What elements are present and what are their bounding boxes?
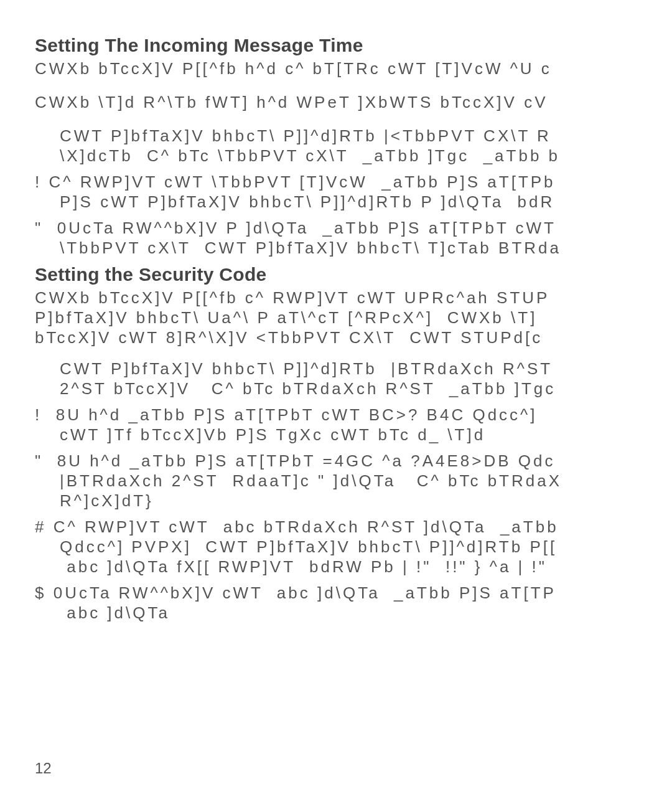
list-item: " 0UcTa RW^^bX]V P ]d\QTa _aTbb P]S aT[T… — [35, 218, 672, 258]
list-item-line: # C^ RWP]VT cWT abc bTRdaXch R^ST ]d\QTa… — [35, 517, 672, 537]
list-item: ! 8U h^d _aTbb P]S aT[TPbT cWT BC>? B4C … — [35, 405, 672, 445]
section-incoming-message-time: Setting The Incoming Message Time CWXb b… — [35, 35, 672, 258]
list-item: # C^ RWP]VT cWT abc bTRdaXch R^ST ]d\QTa… — [35, 517, 672, 577]
list-item: CWT P]bfTaX]V bhbcT\ P]]^d]RTb |<TbbPVT … — [35, 126, 672, 166]
list-item: " 8U h^d _aTbb P]S aT[TPbT =4GC ^a ?A4E8… — [35, 451, 672, 511]
para-s2: bTccX]V cWT 8]R^\X]V <TbbPVT CX\T CWT ST… — [35, 328, 672, 347]
list-item-line: \X]dcTb C^ bTc \TbbPVT cX\T _aTbb ]Tgc _… — [60, 146, 672, 166]
list-item-line: P]S cWT P]bfTaX]V bhbcT\ P]]^d]RTb P ]d\… — [35, 192, 672, 212]
para-s2: CWXb bTccX]V P[[^fb c^ RWP]VT cWT UPRc^a… — [35, 288, 672, 308]
page-number: 12 — [35, 760, 52, 777]
list-item-line: 2^ST bTccX]V C^ bTc bTRdaXch R^ST _aTbb … — [60, 379, 672, 399]
list-item-line: abc ]d\QTa fX[[ RWP]VT bdRW Pb | !" !!" … — [35, 557, 672, 577]
manual-page: { "section1": { "heading": "Setting The … — [0, 0, 672, 807]
list-item-line: ! 8U h^d _aTbb P]S aT[TPbT cWT BC>? B4C … — [35, 405, 672, 425]
list-item: ! C^ RWP]VT cWT \TbbPVT [T]VcW _aTbb P]S… — [35, 172, 672, 212]
list-item-line: cWT ]Tf bTccX]Vb P]S TgXc cWT bTc d_ \T]… — [35, 425, 672, 445]
list-item-line: \TbbPVT cX\T CWT P]bfTaX]V bhbcT\ T]cTab… — [35, 238, 672, 258]
para-s1-2: CWXb \T]d R^\Tb fWT] h^d WPeT ]XbWTS bTc… — [35, 92, 672, 112]
list-item-line: CWT P]bfTaX]V bhbcT\ P]]^d]RTb |<TbbPVT … — [60, 126, 672, 146]
list-item: CWT P]bfTaX]V bhbcT\ P]]^d]RTb |BTRdaXch… — [35, 359, 672, 399]
list-item-line: R^]cX]dT} — [35, 491, 672, 511]
heading-incoming-message-time: Setting The Incoming Message Time — [35, 35, 672, 56]
list-item-line: " 8U h^d _aTbb P]S aT[TPbT =4GC ^a ?A4E8… — [35, 451, 672, 471]
heading-security-code: Setting the Security Code — [35, 264, 672, 285]
list-item-line: ! C^ RWP]VT cWT \TbbPVT [T]VcW _aTbb P]S… — [35, 172, 672, 192]
list-item-line: $ 0UcTa RW^^bX]V cWT abc ]d\QTa _aTbb P]… — [35, 583, 672, 603]
list-item-line: Qdcc^] PVPX] CWT P]bfTaX]V bhbcT\ P]]^d]… — [35, 537, 672, 557]
section-security-code: Setting the Security Code CWXb bTccX]V P… — [35, 264, 672, 623]
list-item: $ 0UcTa RW^^bX]V cWT abc ]d\QTa _aTbb P]… — [35, 583, 672, 623]
list-item-line: |BTRdaXch 2^ST RdaaT]c " ]d\QTa C^ bTc b… — [35, 471, 672, 491]
list-item-line: abc ]d\QTa — [35, 603, 672, 623]
list-item-line: " 0UcTa RW^^bX]V P ]d\QTa _aTbb P]S aT[T… — [35, 218, 672, 238]
para-s2: P]bfTaX]V bhbcT\ Ua^\ P aT\^cT [^RPcX^] … — [35, 308, 672, 328]
para-s1-1: CWXb bTccX]V P[[^fb h^d c^ bT[TRc cWT [T… — [35, 59, 672, 78]
list-item-line: CWT P]bfTaX]V bhbcT\ P]]^d]RTb |BTRdaXch… — [60, 359, 672, 379]
